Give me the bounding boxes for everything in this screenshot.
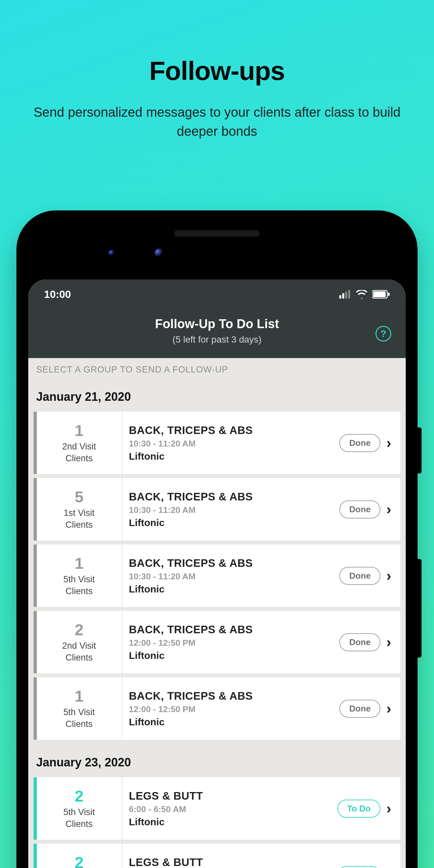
status-bar: 10:00 (28, 279, 406, 309)
card-accent (34, 611, 37, 673)
client-count: 2 (74, 854, 84, 868)
client-count-column: 15th VisitClients (37, 545, 122, 607)
header-title: Follow-Up To Do List (36, 317, 398, 331)
card-actions: Done› (339, 412, 400, 474)
followup-card[interactable]: 22nd VisitClientsBACK, TRICEPS & ABS12:0… (34, 611, 400, 673)
chevron-right-icon[interactable]: › (386, 435, 391, 451)
client-count: 2 (74, 621, 84, 639)
card-accent (34, 545, 37, 607)
card-accent (34, 412, 37, 474)
client-count: 1 (74, 422, 84, 440)
card-actions: To Do› (337, 844, 400, 868)
client-count: 5 (74, 488, 84, 506)
phone-power-button (417, 427, 422, 473)
date-header: January 23, 2020 (28, 744, 406, 777)
class-info: BACK, TRICEPS & ABS10:30 - 11:20 AMLifto… (122, 478, 339, 540)
phone-speaker (174, 230, 260, 237)
followup-card[interactable]: 12nd VisitClientsBACK, TRICEPS & ABS10:3… (34, 412, 400, 474)
visit-label: 2nd VisitClients (62, 441, 96, 464)
followup-card[interactable]: 51st VisitClientsBACK, TRICEPS & ABS10:3… (34, 478, 400, 540)
phone-camera-icon (155, 249, 164, 258)
phone-frame: 10:00 (17, 210, 417, 868)
status-pill[interactable]: To Do (337, 866, 381, 868)
class-name: BACK, TRICEPS & ABS (129, 491, 333, 503)
class-location: Liftonic (129, 584, 333, 595)
class-name: LEGS & BUTT (129, 790, 331, 802)
followup-card[interactable]: 25th VisitClientsLEGS & BUTT6:00 - 6:50 … (34, 777, 400, 840)
class-info: BACK, TRICEPS & ABS12:00 - 12:50 PMLifto… (122, 677, 339, 740)
battery-icon (372, 290, 390, 299)
status-pill[interactable]: Done (339, 567, 380, 585)
visit-label: 5th VisitClients (63, 807, 95, 830)
status-time: 10:00 (44, 288, 71, 301)
class-name: BACK, TRICEPS & ABS (129, 690, 333, 702)
client-count: 1 (74, 554, 84, 572)
class-time: 10:30 - 11:20 AM (129, 571, 333, 582)
visit-label: 1st VisitClients (63, 507, 94, 530)
class-time: 12:00 - 12:50 PM (129, 704, 333, 714)
help-button[interactable]: ? (375, 326, 391, 342)
class-info: BACK, TRICEPS & ABS12:00 - 12:50 PMLifto… (122, 611, 339, 673)
page-subtitle: Send personalized messages to your clien… (0, 102, 434, 141)
followup-card[interactable]: 15th VisitClientsBACK, TRICEPS & ABS12:0… (34, 677, 400, 740)
page-title: Follow-ups (0, 0, 434, 86)
date-header: January 21, 2020 (28, 378, 406, 412)
class-location: Liftonic (129, 650, 333, 661)
class-info: BACK, TRICEPS & ABS10:30 - 11:20 AMLifto… (122, 545, 339, 607)
client-count-column: 15th VisitClients (37, 677, 122, 740)
class-location: Liftonic (129, 816, 331, 828)
status-pill[interactable]: Done (339, 700, 380, 718)
svg-rect-0 (339, 295, 341, 299)
followup-card[interactable]: 21st VisitClientsLEGS & BUTT6:00 - 6:50 … (34, 844, 400, 868)
svg-rect-3 (348, 290, 350, 299)
class-time: 10:30 - 11:20 AM (129, 439, 333, 449)
class-time: 6:00 - 6:50 AM (129, 804, 331, 814)
card-actions: To Do› (337, 777, 400, 840)
chevron-right-icon[interactable]: › (386, 800, 391, 817)
card-accent (34, 478, 37, 540)
status-pill[interactable]: To Do (337, 800, 381, 818)
phone-screen: 10:00 (28, 279, 406, 868)
followup-card[interactable]: 15th VisitClientsBACK, TRICEPS & ABS10:3… (34, 545, 400, 607)
chevron-right-icon[interactable]: › (386, 634, 391, 650)
svg-rect-1 (342, 293, 344, 299)
card-actions: Done› (339, 611, 400, 673)
class-name: BACK, TRICEPS & ABS (129, 623, 333, 636)
class-time: 10:30 - 11:20 AM (129, 505, 333, 515)
client-count-column: 22nd VisitClients (37, 611, 122, 673)
client-count-column: 12nd VisitClients (37, 412, 122, 474)
chevron-right-icon[interactable]: › (386, 501, 391, 518)
phone-volume-button (417, 559, 422, 658)
cellular-icon (339, 290, 351, 299)
client-count-column: 25th VisitClients (37, 777, 122, 840)
class-info: BACK, TRICEPS & ABS10:30 - 11:20 AMLifto… (122, 412, 339, 474)
card-actions: Done› (339, 545, 400, 607)
chevron-right-icon[interactable]: › (386, 867, 391, 868)
status-pill[interactable]: Done (339, 633, 380, 651)
svg-rect-6 (388, 292, 390, 296)
class-time: 12:00 - 12:50 PM (129, 638, 333, 648)
section-hint: SELECT A GROUP TO SEND A FOLLOW-UP (28, 358, 406, 378)
chevron-right-icon[interactable]: › (386, 567, 391, 584)
class-location: Liftonic (129, 716, 333, 727)
status-pill[interactable]: Done (339, 500, 380, 519)
class-location: Liftonic (129, 517, 333, 528)
card-actions: Done› (339, 677, 400, 740)
svg-rect-2 (345, 291, 347, 299)
class-name: BACK, TRICEPS & ABS (129, 424, 333, 437)
class-name: LEGS & BUTT (129, 856, 331, 868)
card-accent (34, 777, 37, 840)
class-info: LEGS & BUTT6:00 - 6:50 AMLiftonic (122, 777, 337, 840)
svg-rect-5 (373, 291, 386, 297)
wifi-icon (356, 290, 368, 299)
header-subtitle: (5 left for past 3 days) (36, 334, 398, 345)
class-info: LEGS & BUTT6:00 - 6:50 AMLiftonic (122, 844, 337, 868)
status-pill[interactable]: Done (339, 434, 380, 452)
client-count-column: 51st VisitClients (37, 478, 122, 540)
card-accent (34, 844, 37, 868)
app-header: Follow-Up To Do List (5 left for past 3 … (28, 309, 406, 358)
question-mark-icon: ? (380, 328, 386, 339)
visit-label: 5th VisitClients (63, 707, 95, 730)
chevron-right-icon[interactable]: › (386, 700, 391, 717)
client-count-column: 21st VisitClients (37, 844, 122, 868)
